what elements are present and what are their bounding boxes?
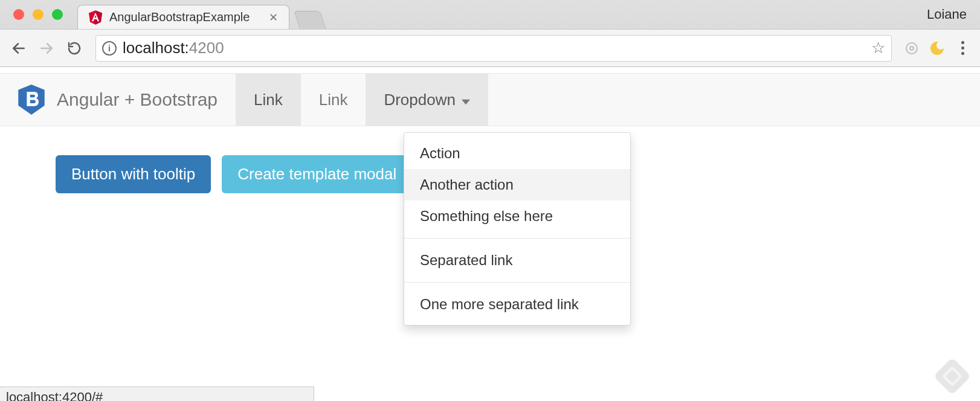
svg-point-2 [906,43,917,54]
browser-toolbar: i localhost:4200 ☆ [0,29,980,66]
tab-title: AngularBootstrapExample [109,10,250,24]
browser-tab-active[interactable]: AngularBootstrapExample ✕ [77,5,289,29]
forward-button[interactable] [35,37,58,60]
nav-links: Link Link Dropdown [236,74,488,126]
nav-link-2[interactable]: Link [301,74,366,126]
reload-button[interactable] [63,37,86,60]
back-button[interactable] [7,37,30,60]
tooltip-button[interactable]: Button with tooltip [56,155,211,193]
brand-text: Angular + Bootstrap [57,89,218,110]
status-bar: localhost:4200/# [0,387,314,401]
nav-dropdown-label: Dropdown [384,91,456,109]
dropdown-item-separated[interactable]: Separated link [404,245,630,276]
dropdown-menu: Action Another action Something else her… [404,132,631,326]
maximize-window-button[interactable] [52,9,63,20]
caret-down-icon [462,91,470,109]
extension-icon-1[interactable] [901,38,922,59]
new-tab-button[interactable] [294,11,326,29]
close-window-button[interactable] [13,9,24,20]
dropdown-item-another-action[interactable]: Another action [404,169,630,200]
url-port: 4200 [189,39,224,57]
site-info-icon[interactable]: i [102,41,117,56]
window-controls [0,9,74,20]
browser-menu-button[interactable] [952,38,973,59]
minimize-window-button[interactable] [33,9,44,20]
nav-dropdown-toggle[interactable]: Dropdown [366,74,488,126]
angular-icon [89,10,102,25]
browser-chrome: AngularBootstrapExample ✕ Loiane i local… [0,0,980,67]
moon-icon [930,42,944,55]
dropdown-divider [404,282,630,283]
svg-point-3 [910,47,914,50]
page-viewport: Angular + Bootstrap Link Link Dropdown A… [0,73,980,401]
bookmark-star-icon[interactable]: ☆ [871,39,885,57]
feedly-icon[interactable] [933,358,971,395]
bootstrap-icon [18,85,45,115]
extension-icon-2[interactable] [927,38,947,59]
dropdown-item-action[interactable]: Action [404,138,630,169]
create-modal-button[interactable]: Create template modal [222,155,412,193]
url-text: localhost:4200 [123,39,224,57]
tab-strip: AngularBootstrapExample ✕ Loiane [0,0,980,29]
close-tab-icon[interactable]: ✕ [269,11,278,24]
dropdown-divider [404,238,630,239]
app-navbar: Angular + Bootstrap Link Link Dropdown [0,73,980,126]
profile-name[interactable]: Loiane [927,7,967,22]
address-bar[interactable]: i localhost:4200 ☆ [95,35,892,62]
nav-link-1[interactable]: Link [236,74,301,126]
navbar-brand[interactable]: Angular + Bootstrap [0,74,236,126]
url-host: localhost: [123,39,189,57]
dropdown-item-one-more[interactable]: One more separated link [404,289,630,320]
dropdown-item-something-else[interactable]: Something else here [404,200,630,232]
